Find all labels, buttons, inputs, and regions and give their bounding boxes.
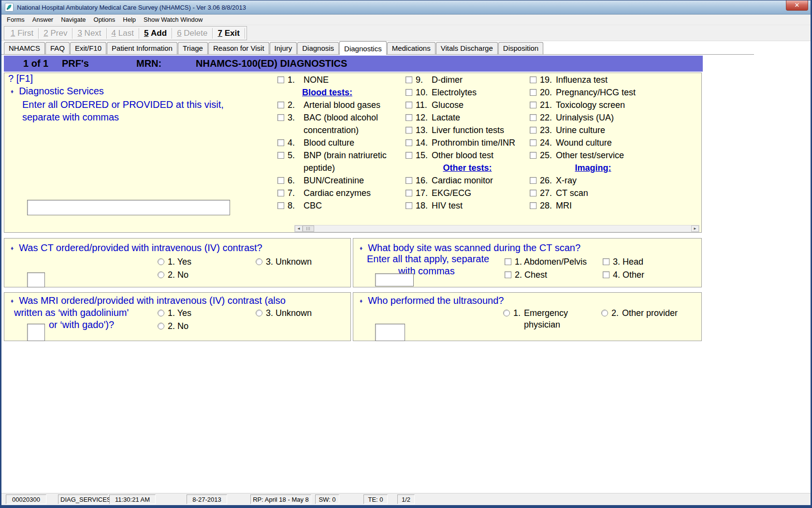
checkbox-icon[interactable] <box>406 177 412 184</box>
checkbox-icon[interactable] <box>530 177 536 184</box>
radio-button-icon[interactable] <box>158 271 164 278</box>
checkbox-icon[interactable] <box>406 114 412 121</box>
checkbox-icon[interactable] <box>277 177 284 184</box>
ultrasound-option-other-provider[interactable]: 2. Other provider <box>601 307 678 319</box>
checkbox-icon[interactable] <box>277 190 284 196</box>
checkbox-icon[interactable] <box>530 102 536 108</box>
menu-item-options[interactable]: Options <box>90 15 119 24</box>
window-title: National Hospital Ambulatory Medical Car… <box>17 4 246 11</box>
scroll-right-button[interactable]: ► <box>691 225 699 232</box>
tab-diagnostics[interactable]: Diagnostics <box>339 41 387 55</box>
checkbox-icon[interactable] <box>406 139 412 146</box>
ct-body-site-option-chest[interactable]: 2. Chest <box>505 269 547 281</box>
question-line-2: written as ‘with gadolinium' <box>14 307 129 318</box>
ct-body-site-option-head[interactable]: 3. Head <box>603 256 643 268</box>
ct-contrast-option-unknown[interactable]: 3. Unknown <box>256 256 312 268</box>
tab-triage[interactable]: Triage <box>178 42 208 54</box>
mri-contrast-option-unknown[interactable]: 3. Unknown <box>256 307 312 319</box>
ct-contrast-option-yes[interactable]: 1. Yes <box>158 256 191 268</box>
tab-diagnosis[interactable]: Diagnosis <box>297 42 339 54</box>
checkbox-icon[interactable] <box>277 152 284 159</box>
option-label: 1. Yes <box>168 256 191 268</box>
checkbox-icon[interactable] <box>277 202 284 209</box>
checkbox-icon[interactable] <box>406 202 412 209</box>
ct-body-site-option-other[interactable]: 4. Other <box>603 269 644 281</box>
tab-injury[interactable]: Injury <box>270 42 297 54</box>
menu-item-navigate[interactable]: Navigate <box>57 15 89 24</box>
checkbox-icon[interactable] <box>406 102 412 108</box>
toolbar-exit-button[interactable]: 7 Exit <box>213 29 244 38</box>
tab-reason-for-visit[interactable]: Reason for Visit <box>208 42 269 54</box>
horizontal-scrollbar[interactable]: ◄ ► <box>294 225 699 232</box>
option-label: Arterial blood gases <box>304 99 404 111</box>
checkbox-icon[interactable] <box>406 152 412 159</box>
help-link[interactable]: ? [F1] <box>8 73 33 84</box>
checkbox-icon[interactable] <box>530 127 536 134</box>
checkbox-icon[interactable] <box>530 114 536 121</box>
tab-exit-f10[interactable]: Exit/F10 <box>70 42 106 54</box>
checkbox-icon[interactable] <box>406 76 412 83</box>
tab-medications[interactable]: Medications <box>387 42 435 54</box>
tab-faq[interactable]: FAQ <box>45 42 70 54</box>
option-number: 4. <box>288 136 304 149</box>
ct-body-site-input[interactable] <box>375 273 414 286</box>
ultrasound-input[interactable] <box>375 324 405 341</box>
radio-button-icon[interactable] <box>256 310 262 316</box>
checkbox-icon[interactable] <box>530 152 536 159</box>
diagnostic-services-input[interactable] <box>27 200 230 215</box>
close-icon: ✕ <box>795 1 800 9</box>
checkbox-icon[interactable] <box>530 76 536 83</box>
mri-contrast-input[interactable] <box>27 324 45 341</box>
checkbox-icon[interactable] <box>530 190 536 196</box>
menu-item-forms[interactable]: Forms <box>3 15 29 24</box>
checkbox-icon[interactable] <box>603 271 609 278</box>
close-button[interactable]: ✕ <box>786 0 808 11</box>
checkbox-icon[interactable] <box>406 89 412 96</box>
option-label: Cardiac monitor <box>432 174 529 187</box>
diagnostic-option-urine-culture: 23.Urine culture <box>530 124 656 136</box>
scrollbar-thumb[interactable] <box>303 225 314 232</box>
ct-contrast-input[interactable] <box>27 272 45 287</box>
checkbox-icon[interactable] <box>530 202 536 209</box>
ct-body-site-option-abdomen-pelvis[interactable]: 1. Abdomen/Pelvis <box>505 256 587 268</box>
checkbox-icon[interactable] <box>277 76 284 83</box>
option-number: 22. <box>540 111 556 124</box>
radio-button-icon[interactable] <box>601 310 608 316</box>
radio-button-icon[interactable] <box>256 258 262 265</box>
diamond-bullet-icon: ♦ <box>360 245 362 254</box>
menu-bar: FormsAnswerNavigateOptionsHelpShow Watch… <box>0 15 812 25</box>
checkbox-icon[interactable] <box>277 102 284 108</box>
radio-button-icon[interactable] <box>503 310 510 316</box>
radio-button-icon[interactable] <box>158 323 164 329</box>
checkbox-icon[interactable] <box>505 271 511 278</box>
ct-contrast-option-no[interactable]: 2. No <box>158 269 188 281</box>
tab-vitals-discharge[interactable]: Vitals Discharge <box>436 42 498 54</box>
checkbox-icon[interactable] <box>530 139 536 146</box>
radio-button-icon[interactable] <box>158 258 164 265</box>
ultrasound-option-emergency-physician[interactable]: 1. Emergency physician <box>503 307 568 330</box>
tab-patient-information[interactable]: Patient Information <box>107 42 177 54</box>
tab-nhamcs[interactable]: NHAMCS <box>4 42 45 54</box>
status-cell-0: 00020300 <box>6 494 46 504</box>
checkbox-icon[interactable] <box>277 139 284 146</box>
tab-disposition[interactable]: Disposition <box>498 42 543 54</box>
button-label: First <box>15 29 33 38</box>
checkbox-icon[interactable] <box>277 114 284 121</box>
mri-contrast-option-no[interactable]: 2. No <box>158 320 188 332</box>
checkbox-icon[interactable] <box>603 258 609 265</box>
checkbox-icon[interactable] <box>530 89 536 96</box>
radio-button-icon[interactable] <box>158 310 164 316</box>
menu-item-show-watch-window[interactable]: Show Watch Window <box>140 15 206 24</box>
option-label: NONE <box>304 74 404 86</box>
menu-item-help[interactable]: Help <box>119 15 140 24</box>
checkbox-icon[interactable] <box>406 127 412 134</box>
scroll-left-button[interactable]: ◄ <box>295 225 303 232</box>
diamond-bullet-icon: ♦ <box>11 298 14 306</box>
option-label: 2. No <box>168 269 188 281</box>
toolbar-add-button[interactable]: 5 Add <box>139 29 172 38</box>
diagnostic-option-lactate: 12.Lactate <box>406 111 529 124</box>
mri-contrast-option-yes[interactable]: 1. Yes <box>158 307 191 319</box>
checkbox-icon[interactable] <box>505 258 511 265</box>
menu-item-answer[interactable]: Answer <box>29 15 57 24</box>
checkbox-icon[interactable] <box>406 190 412 196</box>
